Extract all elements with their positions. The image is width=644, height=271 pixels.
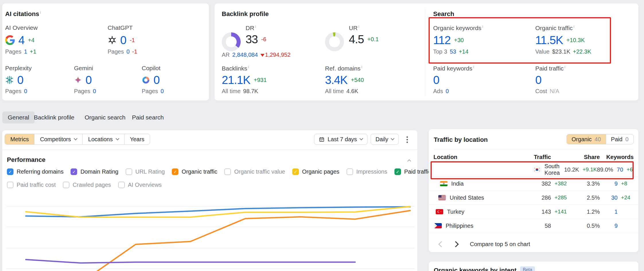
checkbox-url-rating[interactable]: URL Rating xyxy=(126,168,165,175)
table-row-india[interactable]: India 382 +382 3.3% 9 +8 xyxy=(429,177,638,191)
organic-keywords-by-intent-title: Organic keywords by intentBeta xyxy=(434,266,535,271)
perplexity-value[interactable]: 0 xyxy=(17,74,23,87)
checkbox-box[interactable] xyxy=(63,182,69,188)
metric-checkbox-row-2: Paid traffic cost Crawled pages AI Overv… xyxy=(7,182,162,188)
checkbox-organic-pages[interactable]: Organic pages xyxy=(292,168,339,175)
south-korea-flag-icon xyxy=(533,167,541,172)
checkbox-organic-traffic-value[interactable]: Organic traffic value xyxy=(224,168,285,175)
organic-keywords-label: Organic keywordsi xyxy=(433,24,483,32)
location-rows: South Korea 10.2K +9.1K 89.0% 70 +6 Indi… xyxy=(429,163,638,233)
chatgpt-label: ChatGPT xyxy=(108,24,133,31)
organic-traffic-value[interactable]: 11.5K xyxy=(535,34,563,47)
metrics-filter-button[interactable]: Metrics xyxy=(5,134,34,144)
checkbox-box[interactable] xyxy=(7,182,13,188)
info-icon[interactable]: i xyxy=(40,10,41,15)
organic-traffic-label: Organic traffici xyxy=(535,24,574,32)
traffic-by-location-title: Traffic by location xyxy=(434,136,488,144)
paid-traffic-value-row: 0 xyxy=(535,73,541,87)
tab-paid-search[interactable]: Paid search xyxy=(132,111,164,123)
date-range-button[interactable]: Last 7 days xyxy=(314,134,367,145)
backlinks-value[interactable]: 21.1K xyxy=(222,74,250,87)
checkbox-box[interactable] xyxy=(126,168,132,175)
search-title: Search xyxy=(433,10,454,18)
backlinks-delta: +931 xyxy=(254,77,267,83)
checkbox-box[interactable] xyxy=(224,168,231,175)
years-filter-button[interactable]: Years xyxy=(124,134,150,144)
next-page-chevron-right-icon[interactable] xyxy=(453,241,459,247)
section-divider xyxy=(2,150,417,150)
openai-icon xyxy=(108,36,117,45)
checkbox-box[interactable] xyxy=(118,182,125,188)
gemini-label: Gemini xyxy=(74,65,93,72)
info-icon[interactable]: i xyxy=(573,24,574,29)
toggle-paid[interactable]: Paid0 xyxy=(606,134,633,144)
checkbox-box[interactable] xyxy=(172,168,178,175)
info-icon[interactable]: i xyxy=(482,24,483,29)
checkbox-domain-rating[interactable]: Domain Rating xyxy=(71,168,118,175)
checkbox-paid-traffic-cost[interactable]: Paid traffic cost xyxy=(7,182,56,188)
ref-domains-alltime: All time 4.6K xyxy=(325,88,358,95)
tab-organic-search[interactable]: Organic search xyxy=(85,111,125,123)
checkbox-referring-domains[interactable]: Referring domains xyxy=(7,168,63,175)
organic-keywords-value[interactable]: 112 xyxy=(433,34,451,47)
perplexity-value-row: 0 xyxy=(5,73,23,87)
tab-general[interactable]: General xyxy=(2,111,35,123)
organic-paid-toggle: Organic40 Paid0 xyxy=(567,134,634,144)
india-flag-icon xyxy=(440,181,448,186)
granularity-button[interactable]: Daily xyxy=(371,134,399,145)
ai-overview-value[interactable]: 4 xyxy=(18,34,24,47)
ref-domains-value[interactable]: 3.4K xyxy=(325,74,347,87)
ai-overview-pages: Pages 1 +1 xyxy=(5,48,36,55)
toggle-organic[interactable]: Organic40 xyxy=(567,134,606,144)
paid-keywords-value[interactable]: 0 xyxy=(433,74,439,87)
ur-value-row: 4.5 +0.1 xyxy=(349,32,379,46)
info-icon[interactable]: i xyxy=(248,65,249,69)
prev-page-chevron-left-icon[interactable] xyxy=(438,241,444,247)
gemini-icon xyxy=(74,76,82,84)
table-row-philippines[interactable]: Philippines 58 0.5% 9 xyxy=(429,219,638,233)
checkbox-impressions[interactable]: Impressions xyxy=(347,168,387,175)
column-location: Location xyxy=(433,154,517,160)
chatgpt-delta: -1 xyxy=(130,37,135,44)
united-states-flag-icon xyxy=(438,195,446,200)
table-row-turkey[interactable]: Turkey 143 +141 1.2% 1 xyxy=(429,205,638,219)
card-section-divider xyxy=(425,7,425,97)
locations-filter-button[interactable]: Locations xyxy=(83,134,124,144)
table-row-south-korea[interactable]: South Korea 10.2K +9.1K 89.0% 70 +6 xyxy=(429,163,638,177)
table-row-united-states[interactable]: United States 286 +285 2.5% 30 +24 xyxy=(429,191,638,205)
philippines-flag-icon xyxy=(434,223,442,228)
gemini-value[interactable]: 0 xyxy=(85,74,92,87)
down-arrow-icon xyxy=(260,54,264,57)
collapse-chevron-up-icon[interactable] xyxy=(407,159,411,163)
competitors-filter-button[interactable]: Competitors xyxy=(34,134,83,144)
info-icon[interactable]: i xyxy=(255,24,256,29)
checkbox-crawled-pages[interactable]: Crawled pages xyxy=(63,182,111,188)
backlinks-value-row: 21.1K +931 xyxy=(222,73,267,87)
cost-row: Cost N/A xyxy=(535,88,559,95)
info-icon[interactable]: i xyxy=(361,65,362,69)
chart-line-organic-pages xyxy=(26,207,410,217)
copilot-value[interactable]: 0 xyxy=(153,74,159,87)
checkbox-ai-overviews[interactable]: AI Overviews xyxy=(118,182,162,188)
more-options-button[interactable] xyxy=(404,134,410,145)
checkbox-box[interactable] xyxy=(394,168,401,175)
paid-traffic-label: Paid traffici xyxy=(535,65,565,72)
ar-value[interactable]: 2,848,084 xyxy=(232,52,258,58)
checkbox-box[interactable] xyxy=(347,168,353,175)
info-icon[interactable]: i xyxy=(358,24,359,29)
checkbox-organic-traffic[interactable]: Organic traffic xyxy=(172,168,217,175)
tab-backlink-profile[interactable]: Backlink profile xyxy=(34,111,74,123)
backlink-profile-title: Backlink profile xyxy=(222,10,269,18)
column-keywords: Keywords xyxy=(600,154,634,160)
checkbox-box[interactable] xyxy=(7,168,13,175)
chatgpt-value[interactable]: 0 xyxy=(120,34,126,47)
checkbox-paid-traffic[interactable]: Paid traffic xyxy=(394,168,431,175)
checkbox-box[interactable] xyxy=(71,168,77,175)
checkbox-box[interactable] xyxy=(292,168,299,175)
section-divider xyxy=(433,149,634,149)
paid-traffic-value[interactable]: 0 xyxy=(535,74,541,87)
info-icon[interactable]: i xyxy=(565,65,565,69)
compare-top5-link[interactable]: Compare top 5 on chart xyxy=(470,241,530,248)
info-icon[interactable]: i xyxy=(473,65,474,69)
traffic-by-location-card: Traffic by location Organic40 Paid0 Loca… xyxy=(429,129,638,252)
